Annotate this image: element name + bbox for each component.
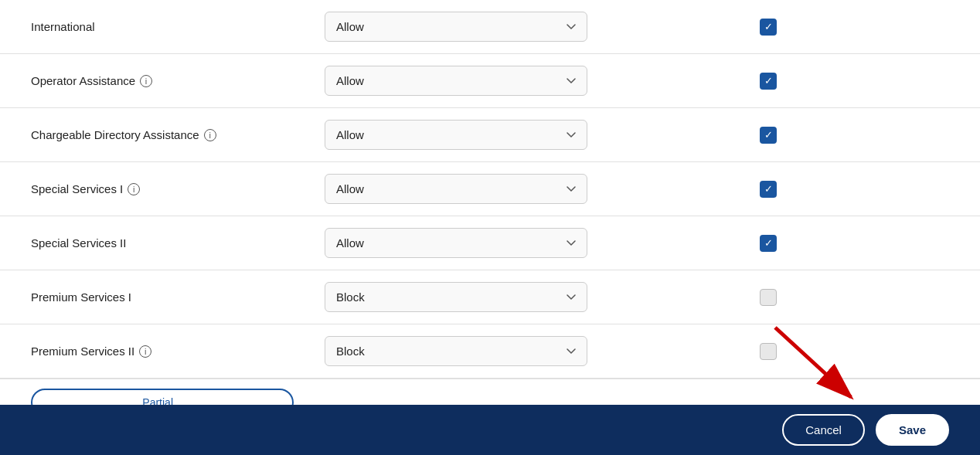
- label-text-operator-assistance: Operator Assistance: [31, 74, 135, 87]
- select-wrapper-premium-services-1: AllowBlock: [325, 282, 587, 312]
- label-text-chargeable-directory: Chargeable Directory Assistance: [31, 128, 199, 141]
- checkbox-premium-services-1[interactable]: [760, 289, 777, 306]
- info-icon-special-services-1[interactable]: i: [128, 183, 140, 195]
- checkmark-special-services-2: ✓: [764, 238, 773, 248]
- checkbox-wrapper-special-services-1: ✓: [587, 181, 949, 198]
- checkmark-operator-assistance: ✓: [764, 76, 773, 86]
- checkbox-international[interactable]: ✓: [760, 19, 777, 36]
- info-icon-chargeable-directory[interactable]: i: [204, 129, 216, 141]
- settings-row-operator-assistance: Operator AssistanceiAllowBlock✓: [0, 54, 980, 108]
- row-label-operator-assistance: Operator Assistancei: [31, 74, 325, 87]
- select-wrapper-international: AllowBlock: [325, 12, 587, 42]
- row-label-premium-services-1: Premium Services I: [31, 290, 325, 304]
- row-label-special-services-1: Special Services Ii: [31, 182, 325, 195]
- select-special-services-1[interactable]: AllowBlock: [325, 174, 587, 204]
- select-special-services-2[interactable]: AllowBlock: [325, 228, 587, 258]
- label-text-premium-services-1: Premium Services I: [31, 290, 131, 304]
- checkbox-wrapper-premium-services-1: [587, 289, 949, 306]
- settings-row-chargeable-directory: Chargeable Directory AssistanceiAllowBlo…: [0, 108, 980, 162]
- select-wrapper-special-services-1: AllowBlock: [325, 174, 587, 204]
- checkmark-special-services-1: ✓: [764, 184, 773, 194]
- settings-row-premium-services-1: Premium Services IAllowBlock: [0, 270, 980, 324]
- checkbox-chargeable-directory[interactable]: ✓: [760, 127, 777, 144]
- label-text-special-services-2: Special Services II: [31, 236, 126, 250]
- select-chargeable-directory[interactable]: AllowBlock: [325, 120, 587, 150]
- info-icon-premium-services-2[interactable]: i: [139, 345, 151, 358]
- select-premium-services-2[interactable]: AllowBlock: [325, 336, 587, 366]
- select-wrapper-chargeable-directory: AllowBlock: [325, 120, 587, 150]
- checkbox-wrapper-operator-assistance: ✓: [587, 73, 949, 90]
- checkbox-special-services-1[interactable]: ✓: [760, 181, 777, 198]
- row-label-international: International: [31, 20, 325, 33]
- select-operator-assistance[interactable]: AllowBlock: [325, 66, 587, 96]
- checkbox-wrapper-international: ✓: [587, 19, 949, 36]
- settings-row-special-services-1: Special Services IiAllowBlock✓: [0, 162, 980, 216]
- settings-row-international: InternationalAllowBlock✓: [0, 0, 980, 54]
- row-label-chargeable-directory: Chargeable Directory Assistancei: [31, 128, 325, 141]
- settings-row-premium-services-2: Premium Services IIiAllowBlock: [0, 324, 980, 379]
- settings-content: InternationalAllowBlock✓Operator Assista…: [0, 0, 980, 405]
- select-wrapper-operator-assistance: AllowBlock: [325, 66, 587, 96]
- checkbox-premium-services-2[interactable]: [760, 343, 777, 360]
- checkmark-chargeable-directory: ✓: [764, 130, 773, 140]
- label-text-international: International: [31, 20, 95, 33]
- label-text-special-services-1: Special Services I: [31, 182, 123, 195]
- cancel-button[interactable]: Cancel: [782, 414, 865, 446]
- row-label-premium-services-2: Premium Services IIi: [31, 345, 325, 358]
- settings-row-special-services-2: Special Services IIAllowBlock✓: [0, 216, 980, 270]
- info-icon-operator-assistance[interactable]: i: [140, 75, 152, 87]
- select-premium-services-1[interactable]: AllowBlock: [325, 282, 587, 312]
- select-wrapper-special-services-2: AllowBlock: [325, 228, 587, 258]
- checkbox-operator-assistance[interactable]: ✓: [760, 73, 777, 90]
- checkbox-special-services-2[interactable]: ✓: [760, 235, 777, 252]
- partial-row: Partial...: [0, 379, 980, 405]
- row-label-special-services-2: Special Services II: [31, 236, 325, 250]
- save-button[interactable]: Save: [876, 414, 949, 446]
- select-international[interactable]: AllowBlock: [325, 12, 587, 42]
- checkbox-wrapper-premium-services-2: [587, 343, 949, 360]
- checkbox-wrapper-special-services-2: ✓: [587, 235, 949, 252]
- label-text-premium-services-2: Premium Services II: [31, 345, 134, 358]
- footer-bar: Cancel Save: [0, 405, 980, 455]
- checkmark-international: ✓: [764, 22, 773, 32]
- checkbox-wrapper-chargeable-directory: ✓: [587, 127, 949, 144]
- select-wrapper-premium-services-2: AllowBlock: [325, 336, 587, 366]
- partial-button[interactable]: Partial...: [31, 389, 294, 406]
